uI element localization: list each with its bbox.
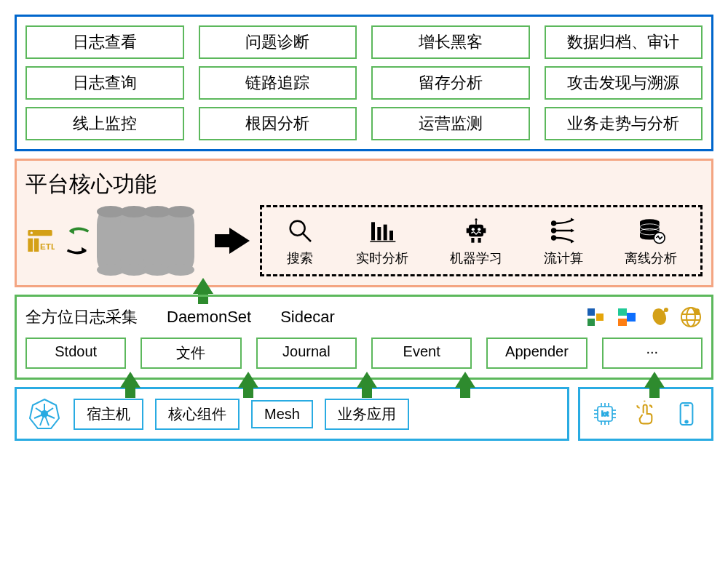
svg-rect-3: [34, 239, 39, 252]
etl-group: ETL: [25, 226, 55, 255]
svg-text:ETL: ETL: [40, 241, 55, 251]
capabilities-box: 搜索 实时分析 机器学习 流计算: [260, 205, 703, 276]
svg-rect-28: [587, 308, 595, 316]
src-event: Event: [371, 338, 472, 369]
vendor-icons: [583, 306, 703, 329]
cap-realtime: 实时分析: [356, 215, 408, 267]
cap-realtime-label: 实时分析: [356, 249, 408, 267]
app-trend: 业务走势与分析: [545, 107, 703, 140]
svg-point-1: [31, 232, 33, 234]
up-arrow-icon: [238, 372, 258, 388]
svg-point-16: [475, 218, 477, 220]
cap-stream: 流计算: [544, 215, 583, 267]
svg-point-37: [694, 308, 700, 314]
collect-title: 全方位日志采集: [25, 306, 138, 328]
app-retention: 留存分析: [371, 66, 530, 100]
cap-stream-label: 流计算: [544, 249, 583, 267]
app-ops: 运营监测: [371, 107, 530, 140]
svg-point-62: [685, 420, 687, 423]
robot-icon: [462, 215, 491, 247]
etl-server-icon: ETL: [25, 226, 55, 255]
stream-icon: [549, 215, 578, 247]
globe-icon: [679, 306, 703, 329]
svg-line-6: [303, 233, 311, 241]
src-file: 文件: [141, 338, 241, 369]
bar-chart-icon: [368, 215, 397, 247]
core-layer: 平台核心功能 ETL: [15, 159, 713, 287]
src-appender: Appender: [486, 338, 587, 369]
svg-text:iot: iot: [601, 410, 609, 418]
collect-mode-sidecar: Sidecar: [280, 308, 335, 327]
svg-rect-19: [471, 238, 474, 243]
cap-offline-label: 离线分析: [625, 249, 677, 267]
iot-chip-icon: iot: [590, 399, 620, 428]
logo-elastic-icon: [615, 306, 638, 329]
app-diagnosis: 问题诊断: [199, 25, 357, 59]
svg-rect-29: [587, 319, 595, 326]
applications-layer: 日志查看 问题诊断 增长黑客 数据归档、审计 日志查询 链路追踪 留存分析 攻击…: [15, 15, 713, 151]
infra-app: 业务应用: [325, 399, 409, 430]
svg-rect-8: [377, 227, 381, 240]
svg-rect-7: [371, 222, 375, 240]
arrow-left-icon: [65, 224, 91, 239]
cap-search: 搜索: [285, 215, 314, 267]
collect-mode-daemonset: DaemonSet: [167, 308, 251, 327]
cap-offline: 离线分析: [625, 215, 677, 267]
logo-blocks-icon: [583, 306, 606, 329]
app-rootcause: 根因分析: [199, 107, 357, 140]
svg-rect-30: [596, 314, 604, 321]
swap-arrows: [65, 224, 91, 257]
search-icon: [285, 215, 314, 247]
infra-mesh: Mesh: [251, 400, 313, 428]
mobile-icon: [672, 399, 701, 428]
arrow-right-big-icon: [229, 228, 250, 254]
core-title: 平台核心功能: [25, 169, 703, 199]
svg-rect-18: [483, 228, 486, 233]
infra-core: 核心组件: [155, 399, 240, 430]
svg-line-32: [663, 311, 665, 313]
cap-ml: 机器学习: [450, 215, 502, 267]
database-icon: [101, 212, 194, 270]
svg-rect-10: [389, 231, 393, 240]
cap-search-label: 搜索: [287, 249, 313, 267]
app-log-view: 日志查看: [25, 25, 184, 59]
svg-point-21: [552, 222, 555, 225]
app-monitor: 线上监控: [25, 107, 184, 140]
svg-point-22: [552, 229, 555, 233]
up-arrow-icon: [120, 372, 141, 388]
src-stdout: Stdout: [25, 338, 126, 369]
up-arrow-icon: [644, 372, 665, 388]
svg-rect-17: [467, 228, 469, 233]
app-archive: 数据归档、审计: [545, 25, 703, 59]
app-growth: 增长黑客: [371, 25, 530, 59]
svg-rect-2: [28, 239, 33, 252]
k8s-infra-box: 宿主机 核心组件 Mesh 业务应用: [15, 387, 569, 441]
src-journal: Journal: [256, 338, 357, 369]
src-more: ···: [602, 338, 703, 369]
database-analytics-icon: [636, 215, 665, 247]
collection-layer: 全方位日志采集 DaemonSet Sidecar Stdout 文件 Jour…: [15, 295, 713, 380]
up-arrow-icon: [357, 372, 377, 388]
app-log-query: 日志查询: [25, 66, 184, 100]
svg-point-13: [472, 228, 475, 231]
edge-infra-box: iot: [578, 387, 713, 441]
app-attack: 攻击发现与溯源: [545, 66, 703, 100]
up-arrow-icon: [193, 278, 213, 294]
svg-point-23: [552, 236, 555, 240]
cap-ml-label: 机器学习: [450, 249, 502, 267]
svg-rect-9: [383, 225, 387, 241]
infra-host: 宿主机: [74, 399, 143, 430]
svg-point-5: [290, 221, 304, 236]
up-arrow-icon: [455, 372, 475, 388]
arrow-right-icon: [65, 243, 91, 257]
app-tracing: 链路追踪: [199, 66, 357, 100]
svg-rect-20: [478, 238, 480, 243]
touch-icon: [631, 399, 660, 428]
kubernetes-icon: [27, 396, 62, 431]
logo-hive-icon: [647, 306, 670, 329]
svg-point-14: [478, 228, 480, 231]
